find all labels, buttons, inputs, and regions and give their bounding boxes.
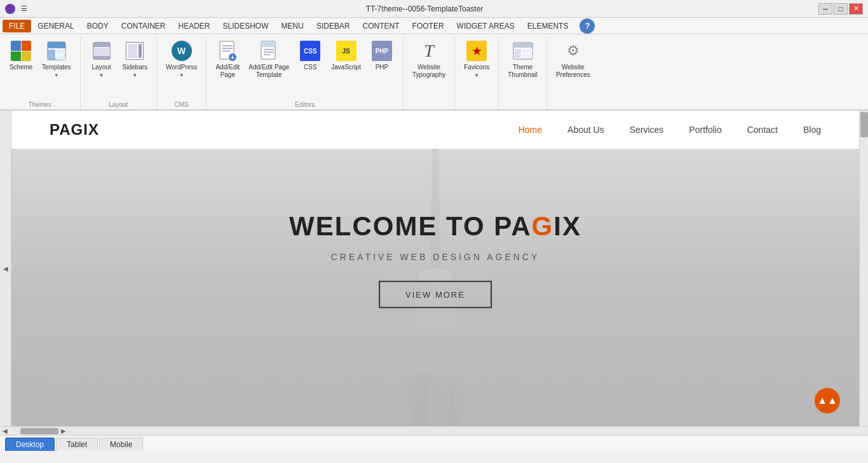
toolbar-section-cms: W WordPress ▼ CMS	[157, 37, 207, 109]
svg-rect-2	[48, 50, 55, 60]
layout-button[interactable]: Layout ▼	[86, 37, 118, 81]
svg-rect-6	[93, 43, 110, 47]
favicons-label: Favicons	[464, 64, 489, 71]
bottom-bar: Desktop Tablet Mobile	[0, 435, 868, 452]
nav-item-about[interactable]: About Us	[567, 125, 604, 135]
window-title: TT-7theme--0056-TemplateToaster	[31, 4, 818, 13]
menu-header[interactable]: HEADER	[172, 20, 217, 32]
sidebars-icon	[123, 39, 146, 62]
tab-tablet[interactable]: Tablet	[56, 438, 98, 451]
scroll-up-icon: ▲▲	[817, 395, 837, 406]
css-label: CSS	[304, 64, 317, 71]
toolbar-section-themes: Scheme Templates ▼ Themes	[0, 37, 81, 109]
wordpress-label: WordPress	[166, 64, 197, 71]
close-button[interactable]: ✕	[849, 3, 863, 15]
horizontal-scrollbar[interactable]: ◀ ▶	[0, 426, 868, 435]
scroll-right-arrow[interactable]: ▶	[61, 427, 66, 434]
svg-rect-8	[93, 56, 110, 59]
menu-icon[interactable]: ☰	[18, 4, 31, 13]
menu-widget-areas[interactable]: WIDGET AREAS	[451, 20, 521, 32]
scrollbar-h-thumb[interactable]	[20, 428, 58, 434]
vertical-scrollbar[interactable]	[859, 111, 868, 426]
website-typography-label: WebsiteTypography	[412, 64, 445, 79]
website-preferences-button[interactable]: ⚙ WebsitePreferences	[552, 37, 594, 81]
javascript-label: JavaScript	[331, 64, 361, 71]
menu-general[interactable]: GENERAL	[31, 20, 80, 32]
svg-text:★: ★	[472, 46, 482, 57]
templates-button[interactable]: Templates ▼	[38, 37, 75, 81]
menu-elements[interactable]: ELEMENTS	[521, 20, 575, 32]
theme-thumbnail-button[interactable]: ThemeThumbnail	[504, 37, 541, 81]
templates-icon	[45, 39, 68, 62]
editors-section-label: Editors	[292, 100, 317, 109]
preview-menu: Home About Us Services Portfolio Contact…	[519, 125, 821, 135]
menu-content[interactable]: CONTENT	[356, 20, 406, 32]
hero-title: WELCOME TO PAGIX	[289, 211, 581, 242]
sidebar-toggle-icon: ◀	[3, 265, 8, 272]
toolbar-section-theme-thumbnail: ThemeThumbnail x	[499, 37, 547, 109]
add-edit-page-template-button[interactable]: Add/Edit PageTemplate	[245, 37, 293, 81]
window-controls: ─ □ ✕	[818, 3, 863, 15]
nav-item-services[interactable]: Services	[630, 125, 664, 135]
css-icon: CSS	[299, 39, 322, 62]
sidebars-button[interactable]: Sidebars ▼	[119, 37, 151, 81]
site-logo: PAGIX	[50, 121, 99, 139]
menu-sidebar[interactable]: SIDEBAR	[310, 20, 356, 32]
menu-body[interactable]: BODY	[81, 20, 115, 32]
add-edit-page-button[interactable]: + Add/EditPage	[212, 37, 243, 81]
sidebars-label: Sidebars	[123, 64, 147, 71]
tab-mobile[interactable]: Mobile	[99, 438, 143, 451]
toolbar-section-preferences: ⚙ WebsitePreferences x	[547, 37, 599, 109]
scroll-left-arrow[interactable]: ◀	[3, 427, 8, 434]
php-icon: PHP	[370, 39, 393, 62]
layout-label: Layout	[92, 64, 111, 71]
canvas-area: PAGIX Home About Us Services Portfolio C…	[11, 111, 859, 426]
sidebar-toggle[interactable]: ◀	[0, 111, 11, 426]
svg-rect-23	[513, 43, 532, 48]
menu-slideshow[interactable]: SLIDESHOW	[217, 20, 275, 32]
nav-item-contact[interactable]: Contact	[747, 125, 778, 135]
scrollbar-thumb[interactable]	[860, 112, 868, 137]
svg-text:+: +	[231, 54, 234, 61]
svg-rect-3	[57, 50, 65, 54]
menu-menu[interactable]: MENU	[275, 20, 310, 32]
javascript-button[interactable]: JS JavaScript	[327, 37, 365, 74]
toolbar: Scheme Templates ▼ Themes	[0, 34, 868, 111]
wordpress-button[interactable]: W WordPress ▼	[162, 37, 201, 81]
preview-nav: PAGIX Home About Us Services Portfolio C…	[11, 111, 859, 149]
scheme-label: Scheme	[10, 64, 33, 71]
view-more-button[interactable]: VIEW MORE	[379, 281, 492, 308]
add-edit-page-icon: +	[216, 39, 239, 62]
title-bar: ☰ TT-7theme--0056-TemplateToaster ─ □ ✕	[0, 0, 868, 18]
add-edit-page-template-icon	[257, 39, 280, 62]
svg-rect-16	[261, 41, 275, 47]
wordpress-arrow: ▼	[179, 73, 184, 78]
main-area: ◀ PAGIX Home About Us Services Portfolio…	[0, 111, 868, 426]
css-button[interactable]: CSS CSS	[294, 37, 326, 74]
nav-item-blog[interactable]: Blog	[803, 125, 821, 135]
tab-desktop[interactable]: Desktop	[5, 438, 55, 451]
restore-button[interactable]: □	[834, 3, 848, 15]
php-button[interactable]: PHP PHP	[366, 37, 398, 74]
nav-item-home[interactable]: Home	[519, 125, 542, 135]
svg-rect-4	[57, 55, 65, 60]
minimize-button[interactable]: ─	[818, 3, 832, 15]
website-typography-button[interactable]: T WebsiteTypography	[409, 37, 449, 81]
toolbar-section-layout: Layout ▼ Sidebars ▼ Layout	[81, 37, 157, 109]
favicons-icon: ★	[465, 39, 488, 62]
favicons-button[interactable]: ★ Favicons ▼	[460, 37, 493, 81]
svg-rect-24	[515, 49, 521, 58]
templates-arrow: ▼	[54, 73, 59, 78]
menu-file[interactable]: FILE	[3, 20, 31, 32]
nav-item-portfolio[interactable]: Portfolio	[689, 125, 721, 135]
website-preferences-label: WebsitePreferences	[556, 64, 590, 79]
help-button[interactable]: ?	[580, 18, 595, 34]
scheme-button[interactable]: Scheme	[5, 37, 37, 74]
hero-content: WELCOME TO PAGIX CREATIVE WEB DESIGN AGE…	[289, 211, 581, 308]
menu-footer[interactable]: FOOTER	[406, 20, 451, 32]
sidebars-arrow: ▼	[132, 73, 137, 78]
scroll-up-button[interactable]: ▲▲	[815, 388, 840, 413]
hero-subtitle: CREATIVE WEB DESIGN AGENCY	[289, 252, 581, 262]
preview-frame: PAGIX Home About Us Services Portfolio C…	[11, 111, 859, 426]
menu-container[interactable]: CONTAINER	[115, 20, 172, 32]
